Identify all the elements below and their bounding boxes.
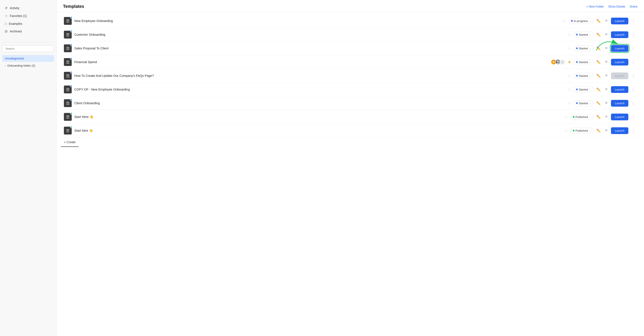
launch-button[interactable]: Launch — [611, 127, 628, 134]
folder-item-uncategorized[interactable]: Uncategorized — [2, 55, 54, 62]
status-badge[interactable]: Published ⌄ — [570, 114, 594, 120]
status-label: Started — [579, 74, 588, 77]
status-badge[interactable]: Published ⌄ — [570, 128, 594, 134]
edit-button[interactable]: ✏️ — [595, 114, 602, 120]
star-button[interactable]: ☆ — [564, 127, 568, 134]
launch-button[interactable]: Launch — [611, 72, 628, 79]
template-row: ☰ Customer Onboarding ☆ Started ⌄ ✏️ 👁 L… — [61, 28, 640, 41]
status-badge[interactable]: Started ⌄ — [574, 87, 594, 92]
template-status-dot — [70, 112, 72, 114]
template-icon-wrap: ☰ — [64, 31, 72, 39]
share-button[interactable]: Share — [630, 5, 638, 8]
launch-button[interactable]: Launch — [611, 31, 628, 38]
more-options-button[interactable]: ⋮ — [630, 18, 636, 24]
edit-button[interactable]: ✏️ — [595, 86, 602, 93]
more-options-button[interactable]: ⋮ — [630, 59, 636, 65]
edit-button[interactable]: ✏️ — [595, 127, 602, 134]
status-dot-indicator — [571, 20, 573, 22]
star-button[interactable]: ☆ — [562, 18, 567, 24]
main-content: Templates + New FolderShow DetailsShare … — [56, 0, 644, 336]
status-badge[interactable]: Started ⌄ — [574, 32, 594, 38]
template-actions: ☆ In progress ⌄ ✏️ 👁 Launch ⋮ — [562, 18, 636, 24]
star-button[interactable]: ☆ — [564, 114, 568, 120]
template-row: ☰ COPY OF - New Employee Onboarding ☆ St… — [61, 83, 640, 96]
star-button[interactable]: ☆ — [567, 86, 572, 93]
template-icon-wrap: ☰ — [64, 99, 72, 107]
edit-button[interactable]: ✏️ — [595, 100, 602, 106]
more-options-button[interactable]: ⋮ — [630, 31, 636, 38]
status-badge[interactable]: Started ⌄ — [574, 59, 594, 65]
template-actions: ☆ Published ⌄ ✏️ 👁 Launch ⋮ — [564, 114, 636, 120]
sidebar-item-archived[interactable]: ⊟Archived — [2, 28, 54, 35]
chevron-down-icon: ⌄ — [590, 34, 591, 36]
status-label: Started — [579, 61, 588, 64]
edit-button[interactable]: ✏️ — [595, 18, 602, 24]
chevron-icon: › — [5, 64, 6, 67]
star-button[interactable]: ☆ — [567, 100, 572, 106]
show-details-button[interactable]: Show Details — [608, 5, 625, 8]
edit-button[interactable]: ✏️ — [595, 73, 602, 79]
preview-button[interactable]: 👁 — [604, 100, 609, 106]
template-name: Start here 👋 — [74, 129, 561, 132]
more-options-button[interactable]: ⋮ — [630, 72, 636, 79]
preview-button[interactable]: 👁 — [604, 59, 609, 65]
preview-button[interactable]: 👁 — [604, 86, 609, 92]
launch-button[interactable]: Launch — [611, 18, 628, 24]
more-options-button[interactable]: ⋮ — [630, 86, 636, 93]
status-dot-indicator — [576, 34, 578, 36]
template-icon-wrap: ☰ — [64, 58, 72, 66]
status-badge[interactable]: Started ⌄ — [574, 100, 594, 106]
star-button[interactable]: ☆ — [567, 32, 572, 38]
create-button[interactable]: + Create — [61, 138, 79, 147]
search-input[interactable] — [2, 45, 54, 52]
edit-button[interactable]: ✏️ — [595, 32, 602, 38]
template-row: ☰ Sales Proposal To Client ☆ Started ⌄ ✏… — [61, 42, 640, 55]
sidebar-item-favorites[interactable]: ☆Favorites (1) — [2, 12, 54, 20]
more-options-button[interactable]: ⋮ — [630, 127, 636, 134]
template-status-dot — [70, 44, 72, 46]
launch-button[interactable]: Launch — [611, 59, 628, 66]
status-badge[interactable]: Started ⌄ — [574, 73, 594, 79]
status-badge[interactable]: Started ⌄ — [574, 46, 594, 51]
template-name: Customer Onboarding — [74, 33, 564, 36]
preview-button[interactable]: 👁 — [604, 32, 609, 38]
edit-button[interactable]: ✏️ — [595, 59, 602, 65]
new-folder-button[interactable]: + New Folder — [586, 5, 604, 8]
preview-button[interactable]: 👁 — [604, 18, 609, 24]
launch-button[interactable]: Launch — [611, 114, 628, 120]
status-badge[interactable]: In progress ⌄ — [568, 18, 594, 24]
more-options-button[interactable]: ⋮ — [630, 100, 636, 106]
launch-button[interactable]: Launch — [611, 86, 628, 93]
status-dot-indicator — [576, 89, 578, 90]
more-options-button[interactable]: ⋮ — [630, 45, 636, 52]
status-label: Started — [579, 88, 588, 91]
star-button[interactable]: ☆ — [567, 73, 572, 79]
sidebar-item-examples[interactable]: □Examples — [2, 20, 54, 27]
status-dot-indicator — [576, 61, 578, 63]
more-options-button[interactable]: ⋮ — [630, 114, 636, 120]
edit-button[interactable]: ✏️ — [595, 45, 602, 52]
status-dot-indicator — [573, 116, 574, 118]
launch-button[interactable]: Launch — [611, 45, 628, 52]
template-icon-wrap: ☰ — [64, 44, 72, 52]
preview-button[interactable]: 👁 — [604, 127, 609, 134]
preview-button[interactable]: 👁 — [604, 73, 609, 79]
avatar-group: ★ ⌄ — [551, 59, 565, 65]
preview-button[interactable]: 👁 — [604, 45, 609, 51]
template-actions: ☆ Started ⌄ ✏️ 👁 Launch ⋮ — [567, 86, 636, 93]
chevron-down-icon: ⌄ — [590, 129, 591, 132]
activity-icon: ↺ — [5, 6, 8, 10]
sidebar-item-activity[interactable]: ↺Activity — [2, 4, 54, 12]
star-button[interactable]: ★ — [567, 59, 572, 65]
chevron-avatar-btn[interactable]: ⌄ — [560, 59, 565, 65]
svg-point-1 — [557, 60, 559, 62]
launch-button[interactable]: Launch — [611, 100, 628, 107]
template-status-dot — [70, 57, 72, 60]
star-button[interactable]: ☆ — [567, 45, 572, 52]
template-actions: ☆ Started ⌄ ✏️ 👁 Launch ⋮ — [567, 31, 636, 38]
status-dot-indicator — [573, 130, 574, 131]
preview-button[interactable]: 👁 — [604, 114, 609, 120]
folder-item-onboarding[interactable]: ›Onboarding folder (2) — [2, 62, 54, 69]
template-name: How To Create And Update Our Company's F… — [74, 74, 564, 77]
template-actions: ☆ Started ⌄ ✏️ 👁 Launch ⋮ — [567, 72, 636, 79]
